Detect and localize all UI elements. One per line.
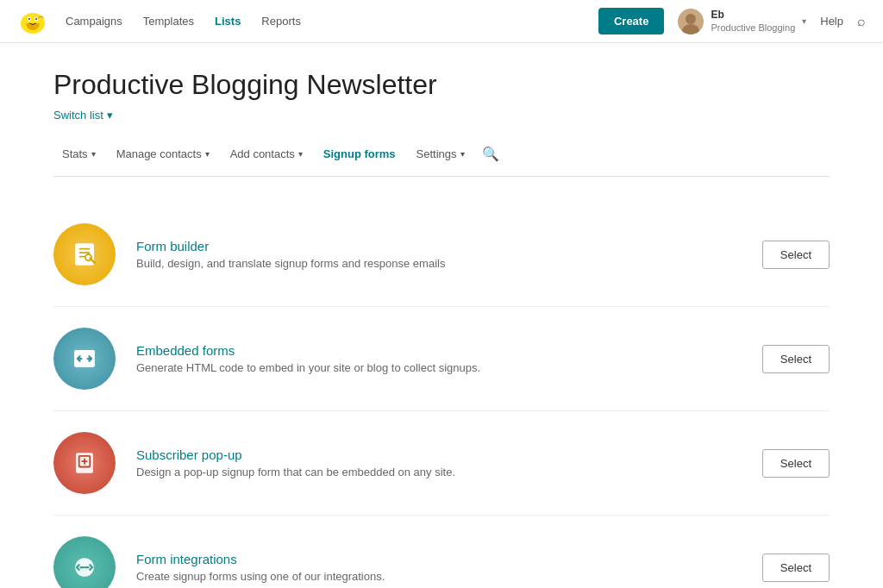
svg-rect-13	[79, 252, 91, 253]
page-title: Productive Blogging Newsletter	[53, 69, 830, 101]
help-link[interactable]: Help	[820, 15, 843, 28]
card-list: Form builder Build, design, and translat…	[53, 203, 830, 588]
form-builder-desc: Build, design, and translate signup form…	[136, 257, 762, 270]
switch-list[interactable]: Switch list ▾	[53, 109, 113, 122]
svg-point-6	[35, 18, 37, 20]
main-content: Productive Blogging Newsletter Switch li…	[19, 43, 864, 588]
sub-nav: Stats ▾ Manage contacts ▾ Add contacts ▾…	[53, 142, 830, 177]
subscriber-popup-desc: Design a pop-up signup form that can be …	[136, 466, 762, 479]
embedded-forms-title[interactable]: Embedded forms	[136, 343, 762, 358]
nav-campaigns[interactable]: Campaigns	[66, 15, 122, 28]
chevron-down-icon: ▾	[298, 149, 303, 159]
subscriber-popup-icon	[53, 432, 116, 494]
embedded-forms-icon	[53, 328, 116, 390]
chevron-down-icon: ▾	[460, 149, 465, 159]
subscriber-popup-content: Subscriber pop-up Design a pop-up signup…	[136, 447, 762, 479]
embedded-forms-select-button[interactable]: Select	[762, 345, 830, 373]
subnav-manage-contacts[interactable]: Manage contacts ▾	[108, 142, 218, 166]
form-builder-content: Form builder Build, design, and translat…	[136, 239, 762, 270]
embedded-forms-desc: Generate HTML code to embed in your site…	[136, 361, 762, 374]
form-builder-select-button[interactable]: Select	[762, 241, 830, 269]
user-menu[interactable]: Eb Productive Blogging ▾	[678, 9, 806, 34]
form-integrations-card: Form integrations Create signup forms us…	[53, 516, 830, 588]
main-nav: Campaigns Templates Lists Reports	[66, 15, 598, 28]
header: Campaigns Templates Lists Reports Create…	[0, 0, 883, 43]
svg-rect-11	[75, 243, 94, 265]
embedded-forms-card: Embedded forms Generate HTML code to emb…	[53, 307, 830, 411]
user-org: Productive Blogging	[711, 22, 795, 34]
avatar	[678, 9, 704, 34]
user-name-block: Eb Productive Blogging	[711, 9, 795, 34]
chevron-down-icon: ▾	[802, 16, 806, 26]
nav-reports[interactable]: Reports	[261, 15, 301, 28]
subscriber-popup-card: Subscriber pop-up Design a pop-up signup…	[53, 411, 830, 516]
form-integrations-content: Form integrations Create signup forms us…	[136, 552, 762, 583]
form-builder-card: Form builder Build, design, and translat…	[53, 203, 830, 307]
svg-point-5	[28, 18, 30, 20]
create-button[interactable]: Create	[598, 8, 664, 34]
subnav-add-contacts[interactable]: Add contacts ▾	[222, 142, 311, 166]
svg-rect-12	[79, 248, 91, 250]
chevron-down-icon: ▾	[91, 149, 96, 159]
subscriber-popup-title[interactable]: Subscriber pop-up	[136, 447, 762, 462]
user-name: Eb	[711, 9, 795, 22]
subscriber-popup-select-button[interactable]: Select	[762, 449, 830, 478]
form-integrations-select-button[interactable]: Select	[762, 554, 830, 582]
form-builder-icon	[53, 223, 116, 285]
svg-point-8	[686, 14, 696, 24]
nav-templates[interactable]: Templates	[143, 15, 194, 28]
nav-lists[interactable]: Lists	[215, 15, 241, 28]
chevron-down-icon: ▾	[107, 109, 113, 122]
subnav-settings[interactable]: Settings ▾	[408, 142, 473, 166]
sub-nav-search-icon[interactable]: 🔍	[482, 146, 499, 162]
header-right: Create Eb Productive Blogging ▾ Help ⌕	[598, 8, 866, 34]
form-integrations-desc: Create signup forms using one of our int…	[136, 570, 762, 583]
form-builder-title[interactable]: Form builder	[136, 239, 762, 253]
embedded-forms-content: Embedded forms Generate HTML code to emb…	[136, 343, 762, 374]
logo[interactable]	[17, 6, 48, 37]
search-icon[interactable]: ⌕	[857, 14, 866, 29]
subnav-stats[interactable]: Stats ▾	[53, 142, 104, 166]
subnav-signup-forms[interactable]: Signup forms	[315, 142, 404, 166]
form-integrations-icon	[53, 536, 116, 588]
form-integrations-title[interactable]: Form integrations	[136, 552, 762, 566]
chevron-down-icon: ▾	[205, 149, 210, 159]
